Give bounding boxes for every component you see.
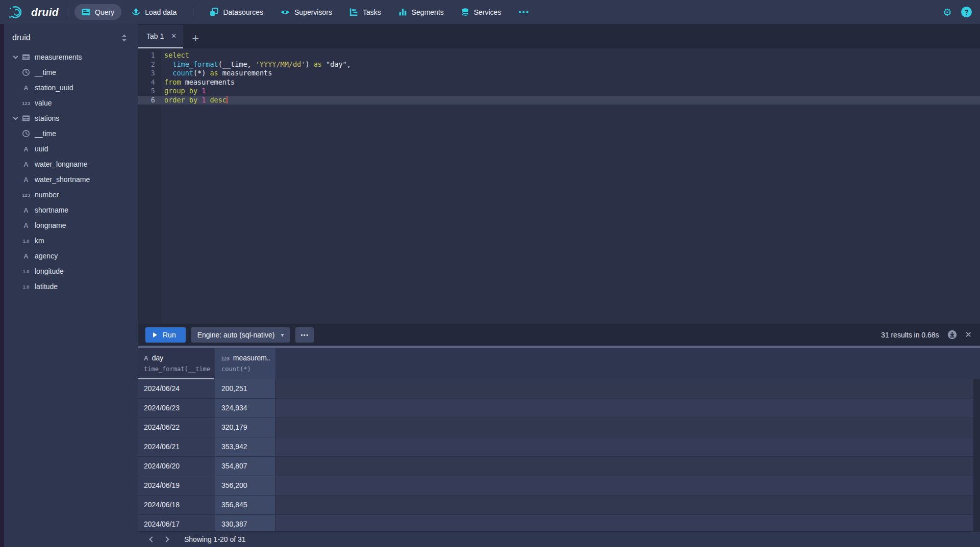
table-row: 2024/06/20354,807 (138, 457, 980, 476)
line-number: 5 (138, 87, 161, 96)
cell-day[interactable]: 2024/06/23 (138, 399, 215, 418)
nav-item-label: Query (95, 8, 114, 16)
float-type-icon: 1.0 (20, 238, 32, 244)
number-type-icon: 123 (20, 100, 32, 106)
tree-item-label: water_longname (35, 160, 88, 168)
cell-measurements[interactable]: 356,200 (215, 476, 275, 495)
string-type-icon: A (20, 252, 32, 260)
tree-column-longitude[interactable]: 1.0longitude (4, 264, 138, 279)
string-type-icon: A (20, 176, 32, 184)
tree-item-label: agency (35, 252, 58, 260)
line-number: 4 (138, 78, 161, 87)
tree-column-longname[interactable]: Alongname (4, 218, 138, 233)
clock-icon (20, 68, 32, 76)
tree-table-stations[interactable]: stations (4, 111, 138, 126)
cell-day[interactable]: 2024/06/21 (138, 437, 215, 456)
chevron-left-icon (149, 536, 155, 542)
column-header-2[interactable]: 123measurem...count(*) (215, 348, 275, 379)
results-header: Adaytime_format(__time, …123measurem...c… (138, 348, 980, 379)
cell-day[interactable]: 2024/06/22 (138, 418, 215, 437)
string-type-icon: A (20, 222, 32, 229)
nav-menu: QueryLoad dataDatasourcesSupervisorsTask… (74, 4, 537, 20)
cell-day[interactable]: 2024/06/24 (138, 379, 215, 398)
row-filler (275, 457, 980, 476)
editor-line-1: 1select (138, 51, 980, 60)
line-text: time_format(__time, 'YYYY/MM/dd') as "da… (161, 60, 351, 69)
logo-text: druid (31, 6, 59, 18)
tab-close-icon[interactable]: ✕ (171, 32, 177, 40)
float-type-icon: 1.0 (20, 269, 32, 274)
tree-column-station-uuid[interactable]: Astation_uuid (4, 80, 138, 95)
tree-column-value[interactable]: 123value (4, 95, 138, 111)
tree-item-label: stations (35, 114, 59, 122)
cell-day[interactable]: 2024/06/18 (138, 496, 215, 514)
tree-column-uuid[interactable]: Auuid (4, 141, 138, 157)
supervisors-icon (281, 8, 290, 17)
query-more-button[interactable]: ••• (295, 327, 314, 343)
query-tab[interactable]: Tab 1 ✕ (138, 25, 183, 48)
nav-item-label: Supervisors (294, 8, 332, 16)
add-tab-button[interactable]: + (192, 32, 199, 44)
row-filler (275, 418, 980, 437)
nav-item-query[interactable]: Query (74, 4, 121, 20)
cell-day[interactable]: 2024/06/19 (138, 476, 215, 495)
nav-item-datasources[interactable]: Datasources (203, 4, 270, 20)
next-page-button[interactable] (162, 534, 173, 545)
nav-divider (193, 7, 193, 18)
cell-measurements[interactable]: 353,942 (215, 437, 275, 456)
tree-item-label: longname (35, 221, 66, 229)
tree-column---time[interactable]: __time (4, 65, 138, 80)
line-number: 2 (138, 60, 161, 69)
tree-column-shortname[interactable]: Ashortname (4, 202, 138, 218)
table-row: 2024/06/23324,934 (138, 399, 980, 418)
tree-column-agency[interactable]: Aagency (4, 248, 138, 264)
close-results-icon[interactable]: ✕ (965, 330, 972, 340)
column-name: measurem... (233, 354, 270, 362)
results-scrollbar-track[interactable] (973, 379, 980, 531)
tree-table-measurements[interactable]: measurements (4, 49, 138, 65)
tree-column-water-longname[interactable]: Awater_longname (4, 157, 138, 172)
cell-measurements[interactable]: 356,845 (215, 496, 275, 514)
nav-item-load-data[interactable]: Load data (124, 4, 184, 20)
nav-divider (68, 7, 68, 18)
settings-gear-icon[interactable]: ⚙ (943, 7, 952, 17)
tree-column-number[interactable]: 123number (4, 187, 138, 202)
tree-column-latitude[interactable]: 1.0latitude (4, 279, 138, 294)
help-icon[interactable]: ? (961, 7, 972, 17)
druid-logo[interactable]: druid (8, 5, 59, 19)
editor-line-6: 6order by 1 desc (138, 96, 980, 105)
download-results-icon[interactable] (947, 330, 957, 340)
cell-measurements[interactable]: 330,387 (215, 515, 275, 531)
schema-selector[interactable]: druid (4, 27, 138, 49)
line-text: select (161, 51, 189, 60)
cell-measurements[interactable]: 354,807 (215, 457, 275, 476)
tree-column-km[interactable]: 1.0km (4, 233, 138, 248)
druid-logo-icon (8, 5, 27, 19)
table-row: 2024/06/18356,845 (138, 496, 980, 515)
cell-measurements[interactable]: 320,179 (215, 418, 275, 437)
column-header-1[interactable]: Adaytime_format(__time, … (138, 348, 215, 379)
run-button[interactable]: Run (145, 327, 186, 343)
tree-item-label: value (35, 99, 52, 107)
nav-item-supervisors[interactable]: Supervisors (273, 4, 339, 20)
run-bar: Run Engine: auto (sql-native) ▾ ••• 31 r… (138, 324, 980, 346)
prev-page-button[interactable] (145, 534, 157, 545)
engine-select[interactable]: Engine: auto (sql-native) ▾ (191, 327, 290, 343)
services-icon (461, 8, 469, 16)
nav-item-more[interactable]: ••• (511, 4, 537, 20)
cell-day[interactable]: 2024/06/17 (138, 515, 215, 531)
cell-measurements[interactable]: 324,934 (215, 399, 275, 418)
sql-editor[interactable]: 1select2 time_format(__time, 'YYYY/MM/dd… (138, 48, 980, 324)
tree-column---time[interactable]: __time (4, 126, 138, 141)
nav-item-segments[interactable]: Segments (391, 4, 451, 20)
number-type-icon: 123 (221, 356, 230, 361)
cell-measurements[interactable]: 200,251 (215, 379, 275, 398)
nav-item-services[interactable]: Services (454, 4, 509, 20)
editor-line-5: 5group by 1 (138, 87, 980, 96)
cell-day[interactable]: 2024/06/20 (138, 457, 215, 476)
runbar-right: 31 results in 0.68s ✕ (881, 330, 972, 340)
tree-column-water-shortname[interactable]: Awater_shortname (4, 172, 138, 187)
nav-item-label: Services (474, 8, 501, 16)
line-number: 1 (138, 51, 161, 60)
nav-item-tasks[interactable]: Tasks (342, 4, 388, 20)
